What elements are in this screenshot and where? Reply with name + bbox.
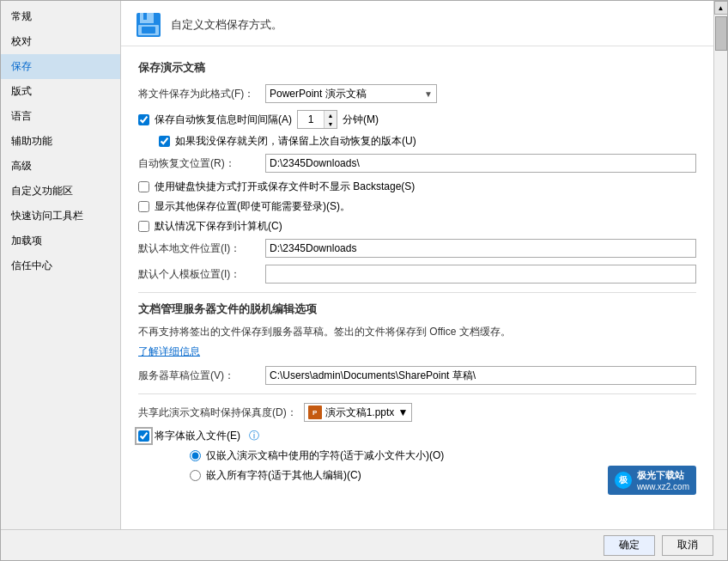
show-other-checkbox[interactable] [138, 201, 149, 212]
bottom-bar: 确定 取消 [1, 529, 727, 560]
header-title: 自定义文档保存方式。 [171, 17, 282, 33]
embed-fonts-row: 将字体嵌入文件(E) ⓘ [138, 429, 696, 443]
autosave-close-label: 如果我没保存就关闭，请保留上次自动恢复的版本(U) [175, 134, 416, 149]
dialog-body: 常规 校对 保存 版式 语言 辅助功能 高级 自定义功能区 [1, 1, 727, 529]
sidebar: 常规 校对 保存 版式 语言 辅助功能 高级 自定义功能区 [1, 1, 121, 529]
format-select-arrow: ▼ [424, 89, 433, 99]
watermark-text: 极光下载站 [637, 469, 689, 482]
autosave-label: 保存自动恢复信息时间间隔(A) [155, 113, 292, 127]
embed-fonts-checkbox[interactable] [138, 430, 149, 442]
share-file-arrow: ▼ [397, 406, 408, 418]
default-template-input[interactable] [265, 265, 696, 284]
save-section-title: 保存演示文稿 [138, 60, 696, 76]
server-label: 服务器草稿位置(V)： [138, 369, 258, 383]
autosave-close-row: 如果我没保存就关闭，请保留上次自动恢复的版本(U) [159, 134, 696, 149]
number-arrows: ▲ ▼ [324, 111, 337, 128]
options-dialog: 常规 校对 保存 版式 语言 辅助功能 高级 自定义功能区 [0, 0, 728, 561]
format-label: 将文件保存为此格式(F)： [138, 87, 258, 101]
embed-all-label: 嵌入所有字符(适于其他人编辑)(C) [206, 468, 361, 483]
keyboard-row: 使用键盘快捷方式打开或保存文件时不显示 Backstage(S) [138, 180, 696, 194]
default-local-label: 默认本地文件位置(I)： [138, 241, 258, 256]
default-local-row: 默认本地文件位置(I)： [138, 239, 696, 258]
watermark: 极 极光下载站 www.xz2.com [608, 466, 696, 495]
share-section-row: 共享此演示文稿时保持保真度(D)： P 演示文稿1.pptx ▼ [138, 403, 696, 422]
info-icon: ⓘ [249, 429, 259, 443]
keyboard-checkbox[interactable] [138, 181, 149, 192]
default-local-input[interactable] [265, 239, 696, 258]
autorecover-row: 自动恢复文位置(R)： [138, 154, 696, 173]
sidebar-item-advanced[interactable]: 高级 [1, 154, 120, 179]
autosave-checkbox[interactable] [138, 114, 149, 125]
svg-rect-2 [143, 13, 147, 20]
show-other-label: 显示其他保存位置(即使可能需要登录)(S)。 [155, 199, 350, 214]
number-up-button[interactable]: ▲ [325, 111, 337, 119]
scrollbar-track[interactable]: ▲ [713, 1, 727, 529]
embed-only-row: 仅嵌入演示文稿中使用的字符(适于减小文件大小)(O) [190, 448, 696, 463]
autosave-close-checkbox[interactable] [159, 136, 170, 147]
autosave-row: 保存自动恢复信息时间间隔(A) ▲ ▼ 分钟(M) [138, 110, 696, 129]
server-path-input[interactable] [265, 366, 696, 385]
svg-rect-4 [142, 27, 155, 34]
default-computer-checkbox[interactable] [138, 221, 149, 232]
sidebar-item-language[interactable]: 语言 [1, 104, 120, 129]
autorecover-path-input[interactable] [265, 154, 696, 173]
sidebar-item-proofing[interactable]: 校对 [1, 29, 120, 54]
show-other-row: 显示其他保存位置(即使可能需要登录)(S)。 [138, 199, 696, 214]
sidebar-item-customize-ribbon[interactable]: 自定义功能区 [1, 179, 120, 204]
scrollbar-thumb[interactable] [715, 16, 727, 51]
autosave-number-wrap: ▲ ▼ [297, 110, 337, 129]
share-file-select[interactable]: P 演示文稿1.pptx ▼ [304, 403, 413, 422]
embed-only-label: 仅嵌入演示文稿中使用的字符(适于减小文件大小)(O) [206, 448, 444, 463]
embed-only-radio[interactable] [190, 450, 201, 461]
embed-fonts-label: 将字体嵌入文件(E) [155, 429, 240, 443]
default-computer-label: 默认情况下保存到计算机(C) [155, 219, 282, 234]
default-template-label: 默认个人模板位置(I)： [138, 267, 258, 282]
learn-more-link[interactable]: 了解详细信息 [138, 345, 200, 357]
sidebar-item-trust-center[interactable]: 信任中心 [1, 253, 120, 278]
save-icon [135, 11, 162, 39]
format-row: 将文件保存为此格式(F)： PowerPoint 演示文稿 ▼ [138, 84, 696, 103]
sidebar-item-save[interactable]: 保存 [1, 54, 120, 79]
sidebar-item-addins[interactable]: 加载项 [1, 229, 120, 253]
autosave-minutes-input[interactable] [298, 111, 324, 128]
server-draft-row: 服务器草稿位置(V)： [138, 366, 696, 385]
embed-all-radio[interactable] [190, 470, 201, 481]
watermark-url: www.xz2.com [637, 482, 689, 491]
default-template-row: 默认个人模板位置(I)： [138, 265, 696, 284]
cancel-button[interactable]: 取消 [662, 535, 713, 556]
main-content: 自定义文档保存方式。 保存演示文稿 将文件保存为此格式(F)： PowerPoi… [121, 1, 713, 529]
offline-info-text: 不再支持将签出的文件保存到服务器草稿。签出的文件将保存到 Office 文档缓存… [138, 324, 696, 339]
main-scroll[interactable]: 保存演示文稿 将文件保存为此格式(F)： PowerPoint 演示文稿 ▼ 保… [121, 46, 713, 529]
autorecover-label: 自动恢复文位置(R)： [138, 156, 258, 171]
watermark-logo: 极 [615, 472, 632, 489]
sidebar-item-accessibility[interactable]: 辅助功能 [1, 129, 120, 154]
pptx-icon: P [308, 406, 322, 419]
share-file-label: 演示文稿1.pptx [325, 406, 395, 420]
minutes-label: 分钟(M) [343, 113, 379, 127]
separator1 [138, 292, 696, 293]
ok-button[interactable]: 确定 [604, 535, 655, 556]
number-down-button[interactable]: ▼ [325, 119, 337, 128]
share-section-title: 共享此演示文稿时保持保真度(D)： [138, 406, 297, 420]
sidebar-item-general[interactable]: 常规 [1, 4, 120, 29]
format-select[interactable]: PowerPoint 演示文稿 ▼ [265, 84, 437, 103]
scrollbar-up-button[interactable]: ▲ [714, 1, 728, 15]
keyboard-label: 使用键盘快捷方式打开或保存文件时不显示 Backstage(S) [155, 180, 415, 194]
main-header: 自定义文档保存方式。 [121, 1, 713, 46]
sidebar-item-layout[interactable]: 版式 [1, 79, 120, 104]
offline-section-title: 文档管理服务器文件的脱机编辑选项 [138, 302, 696, 317]
separator2 [138, 393, 696, 394]
sidebar-item-quick-access[interactable]: 快速访问工具栏 [1, 204, 120, 229]
default-computer-row: 默认情况下保存到计算机(C) [138, 219, 696, 234]
